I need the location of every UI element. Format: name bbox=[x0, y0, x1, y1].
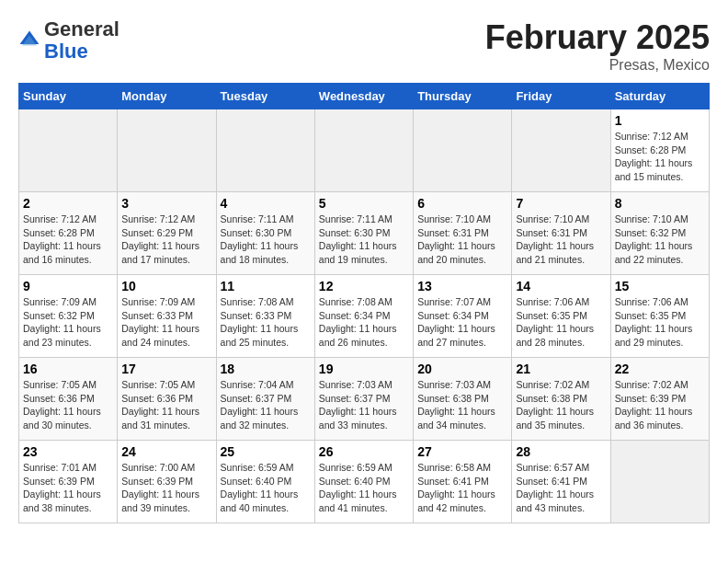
day-info: Sunrise: 6:59 AM Sunset: 6:40 PM Dayligh… bbox=[319, 461, 409, 515]
day-cell: 8Sunrise: 7:10 AM Sunset: 6:32 PM Daylig… bbox=[610, 192, 709, 275]
day-cell: 7Sunrise: 7:10 AM Sunset: 6:31 PM Daylig… bbox=[512, 192, 610, 275]
page-header: General Blue February 2025 Presas, Mexic… bbox=[18, 18, 710, 74]
day-number: 5 bbox=[319, 196, 409, 211]
day-number: 18 bbox=[221, 362, 311, 376]
day-info: Sunrise: 7:10 AM Sunset: 6:32 PM Dayligh… bbox=[615, 213, 705, 267]
day-cell: 17Sunrise: 7:05 AM Sunset: 6:36 PM Dayli… bbox=[118, 358, 216, 441]
day-cell: 28Sunrise: 6:57 AM Sunset: 6:41 PM Dayli… bbox=[512, 441, 610, 523]
logo-blue: Blue bbox=[44, 40, 88, 63]
day-cell: 18Sunrise: 7:04 AM Sunset: 6:37 PM Dayli… bbox=[216, 358, 314, 441]
day-cell: 5Sunrise: 7:11 AM Sunset: 6:30 PM Daylig… bbox=[314, 192, 413, 275]
day-cell: 12Sunrise: 7:08 AM Sunset: 6:34 PM Dayli… bbox=[314, 275, 413, 358]
col-header-monday: Monday bbox=[118, 84, 216, 109]
day-cell bbox=[314, 109, 413, 192]
day-number: 25 bbox=[221, 444, 311, 459]
week-row-2: 2Sunrise: 7:12 AM Sunset: 6:28 PM Daylig… bbox=[19, 192, 710, 275]
day-number: 9 bbox=[23, 279, 113, 293]
day-info: Sunrise: 7:12 AM Sunset: 6:28 PM Dayligh… bbox=[23, 213, 113, 267]
day-info: Sunrise: 7:07 AM Sunset: 6:34 PM Dayligh… bbox=[417, 295, 507, 350]
day-number: 6 bbox=[417, 196, 507, 211]
day-number: 14 bbox=[516, 279, 606, 293]
day-number: 20 bbox=[417, 362, 507, 376]
day-number: 22 bbox=[615, 362, 705, 376]
day-info: Sunrise: 7:05 AM Sunset: 6:36 PM Dayligh… bbox=[121, 378, 211, 432]
day-cell: 13Sunrise: 7:07 AM Sunset: 6:34 PM Dayli… bbox=[414, 275, 512, 358]
day-cell: 15Sunrise: 7:06 AM Sunset: 6:35 PM Dayli… bbox=[610, 275, 709, 358]
day-number: 17 bbox=[121, 362, 211, 376]
week-row-5: 23Sunrise: 7:01 AM Sunset: 6:39 PM Dayli… bbox=[19, 441, 710, 523]
day-cell: 22Sunrise: 7:02 AM Sunset: 6:39 PM Dayli… bbox=[610, 358, 709, 441]
day-info: Sunrise: 7:05 AM Sunset: 6:36 PM Dayligh… bbox=[23, 378, 113, 432]
day-number: 2 bbox=[23, 196, 113, 211]
day-cell bbox=[414, 109, 512, 192]
day-cell: 4Sunrise: 7:11 AM Sunset: 6:30 PM Daylig… bbox=[216, 192, 314, 275]
calendar-table: SundayMondayTuesdayWednesdayThursdayFrid… bbox=[18, 83, 710, 523]
day-number: 4 bbox=[221, 196, 311, 211]
col-header-saturday: Saturday bbox=[610, 84, 709, 109]
day-cell: 14Sunrise: 7:06 AM Sunset: 6:35 PM Dayli… bbox=[512, 275, 610, 358]
day-cell: 3Sunrise: 7:12 AM Sunset: 6:29 PM Daylig… bbox=[118, 192, 216, 275]
day-info: Sunrise: 7:03 AM Sunset: 6:37 PM Dayligh… bbox=[319, 378, 409, 432]
day-number: 3 bbox=[121, 196, 211, 211]
day-cell: 9Sunrise: 7:09 AM Sunset: 6:32 PM Daylig… bbox=[19, 275, 118, 358]
day-number: 19 bbox=[319, 362, 409, 376]
col-header-friday: Friday bbox=[512, 84, 610, 109]
day-number: 16 bbox=[23, 362, 113, 376]
day-cell: 26Sunrise: 6:59 AM Sunset: 6:40 PM Dayli… bbox=[314, 441, 413, 523]
calendar-subtitle: Presas, Mexico bbox=[485, 57, 710, 74]
day-cell bbox=[118, 109, 216, 192]
day-info: Sunrise: 7:12 AM Sunset: 6:28 PM Dayligh… bbox=[615, 130, 705, 184]
day-cell: 2Sunrise: 7:12 AM Sunset: 6:28 PM Daylig… bbox=[19, 192, 118, 275]
day-cell: 1Sunrise: 7:12 AM Sunset: 6:28 PM Daylig… bbox=[610, 109, 709, 192]
day-number: 28 bbox=[516, 444, 606, 459]
day-number: 13 bbox=[417, 279, 507, 293]
day-info: Sunrise: 6:59 AM Sunset: 6:40 PM Dayligh… bbox=[221, 461, 311, 515]
day-cell: 6Sunrise: 7:10 AM Sunset: 6:31 PM Daylig… bbox=[414, 192, 512, 275]
week-row-4: 16Sunrise: 7:05 AM Sunset: 6:36 PM Dayli… bbox=[19, 358, 710, 441]
day-cell: 23Sunrise: 7:01 AM Sunset: 6:39 PM Dayli… bbox=[19, 441, 118, 523]
day-number: 1 bbox=[615, 113, 705, 128]
day-info: Sunrise: 7:04 AM Sunset: 6:37 PM Dayligh… bbox=[221, 378, 311, 432]
day-info: Sunrise: 7:10 AM Sunset: 6:31 PM Dayligh… bbox=[417, 213, 507, 267]
logo: General Blue bbox=[18, 18, 119, 63]
day-cell: 24Sunrise: 7:00 AM Sunset: 6:39 PM Dayli… bbox=[118, 441, 216, 523]
day-info: Sunrise: 7:10 AM Sunset: 6:31 PM Dayligh… bbox=[516, 213, 606, 267]
day-info: Sunrise: 7:03 AM Sunset: 6:38 PM Dayligh… bbox=[417, 378, 507, 432]
day-cell: 19Sunrise: 7:03 AM Sunset: 6:37 PM Dayli… bbox=[314, 358, 413, 441]
day-info: Sunrise: 7:00 AM Sunset: 6:39 PM Dayligh… bbox=[121, 461, 211, 515]
day-info: Sunrise: 6:58 AM Sunset: 6:41 PM Dayligh… bbox=[417, 461, 507, 515]
day-info: Sunrise: 7:08 AM Sunset: 6:34 PM Dayligh… bbox=[319, 295, 409, 350]
day-number: 27 bbox=[417, 444, 507, 459]
logo-icon bbox=[18, 29, 40, 52]
logo-general: General bbox=[44, 17, 119, 40]
day-info: Sunrise: 7:09 AM Sunset: 6:33 PM Dayligh… bbox=[121, 295, 211, 350]
day-cell: 27Sunrise: 6:58 AM Sunset: 6:41 PM Dayli… bbox=[414, 441, 512, 523]
day-cell: 11Sunrise: 7:08 AM Sunset: 6:33 PM Dayli… bbox=[216, 275, 314, 358]
day-cell: 25Sunrise: 6:59 AM Sunset: 6:40 PM Dayli… bbox=[216, 441, 314, 523]
day-number: 26 bbox=[319, 444, 409, 459]
day-cell bbox=[19, 109, 118, 192]
day-number: 15 bbox=[615, 279, 705, 293]
title-block: February 2025 Presas, Mexico bbox=[485, 18, 710, 74]
day-info: Sunrise: 7:06 AM Sunset: 6:35 PM Dayligh… bbox=[615, 295, 705, 350]
day-info: Sunrise: 7:06 AM Sunset: 6:35 PM Dayligh… bbox=[516, 295, 606, 350]
day-info: Sunrise: 7:11 AM Sunset: 6:30 PM Dayligh… bbox=[319, 213, 409, 267]
day-cell bbox=[216, 109, 314, 192]
day-cell bbox=[512, 109, 610, 192]
day-number: 11 bbox=[221, 279, 311, 293]
day-number: 10 bbox=[121, 279, 211, 293]
col-header-wednesday: Wednesday bbox=[314, 84, 413, 109]
day-cell: 20Sunrise: 7:03 AM Sunset: 6:38 PM Dayli… bbox=[414, 358, 512, 441]
day-info: Sunrise: 7:08 AM Sunset: 6:33 PM Dayligh… bbox=[221, 295, 311, 350]
day-info: Sunrise: 7:12 AM Sunset: 6:29 PM Dayligh… bbox=[121, 213, 211, 267]
day-number: 21 bbox=[516, 362, 606, 376]
col-header-tuesday: Tuesday bbox=[216, 84, 314, 109]
day-info: Sunrise: 7:02 AM Sunset: 6:39 PM Dayligh… bbox=[615, 378, 705, 432]
day-info: Sunrise: 7:11 AM Sunset: 6:30 PM Dayligh… bbox=[221, 213, 311, 267]
day-cell: 21Sunrise: 7:02 AM Sunset: 6:38 PM Dayli… bbox=[512, 358, 610, 441]
calendar-title: February 2025 bbox=[485, 18, 710, 57]
day-info: Sunrise: 7:09 AM Sunset: 6:32 PM Dayligh… bbox=[23, 295, 113, 350]
week-row-3: 9Sunrise: 7:09 AM Sunset: 6:32 PM Daylig… bbox=[19, 275, 710, 358]
day-number: 24 bbox=[121, 444, 211, 459]
col-header-thursday: Thursday bbox=[414, 84, 512, 109]
